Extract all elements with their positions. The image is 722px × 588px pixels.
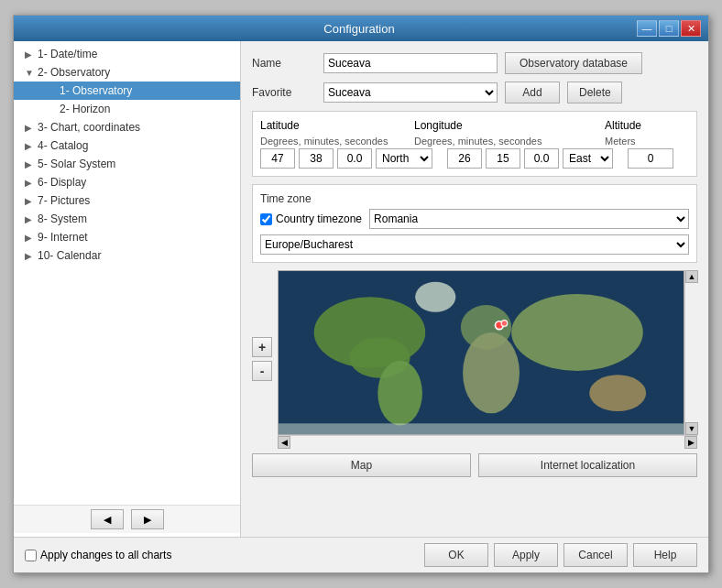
titlebar: Configuration — □ ✕ [14, 16, 708, 41]
svg-point-7 [589, 375, 646, 411]
cancel-button[interactable]: Cancel [563, 543, 628, 567]
internet-localization-button[interactable]: Internet localization [478, 453, 697, 477]
map-scroll-left-button[interactable]: ◀ [278, 436, 290, 449]
altitude-input[interactable] [628, 148, 673, 169]
sidebar-item-pictures[interactable]: ▶ 7- Pictures [14, 191, 240, 210]
sidebar-item-system[interactable]: ▶ 8- System [14, 210, 240, 228]
zoom-controls: + - [252, 270, 272, 448]
tree-arrow: ▶ [25, 141, 34, 151]
sidebar-item-label: 3- Chart, coordinates [38, 121, 140, 134]
coordinates-section: Latitude Longitude Altitude Degrees, min… [252, 111, 697, 177]
coord-labels-row: Latitude Longitude Altitude [260, 119, 689, 132]
altitude-label: Altitude [605, 119, 641, 132]
country-tz-label: Country timezone [276, 212, 362, 225]
sidebar-item-catalog[interactable]: ▶ 4- Catalog [14, 136, 240, 155]
sidebar-item-display[interactable]: ▶ 6- Display [14, 173, 240, 191]
window-title: Configuration [82, 22, 637, 36]
ok-button[interactable]: OK [424, 543, 488, 567]
sidebar-item-label: 2- Horizon [60, 103, 110, 115]
sidebar-scroll-down-button[interactable]: ▶ [131, 509, 164, 529]
sidebar-item-label: 7- Pictures [38, 194, 90, 207]
sidebar-item-label: 9- Internet [38, 231, 88, 244]
alt-unit-label: Meters [605, 136, 636, 147]
latitude-label: Latitude [260, 119, 407, 132]
svg-rect-9 [279, 423, 684, 434]
observatory-db-button[interactable]: Observatory database [505, 52, 642, 74]
delete-button[interactable]: Delete [567, 82, 622, 103]
name-input[interactable] [323, 53, 498, 73]
sidebar-item-solarsystem[interactable]: ▶ 5- Solar System [14, 155, 240, 173]
tree-arrow: ▶ [25, 159, 34, 169]
tree-arrow: ▶ [25, 251, 34, 261]
timezone-select-row: Europe/Bucharest [260, 234, 689, 255]
tree-arrow: ▶ [25, 178, 34, 188]
minimize-button[interactable]: — [637, 20, 657, 37]
sidebar-item-label: 8- System [38, 212, 87, 225]
help-button[interactable]: Help [633, 543, 697, 567]
window-controls: — □ ✕ [637, 20, 701, 37]
content-panel: Name Observatory database Favorite Sucea… [241, 41, 708, 537]
coord-inputs-row: North South East West [260, 148, 689, 169]
name-label: Name [252, 57, 316, 70]
bottom-bar: Apply changes to all charts OK Apply Can… [14, 537, 708, 572]
lon-seconds-input[interactable] [524, 148, 559, 169]
lat-direction-select[interactable]: North South [376, 148, 432, 169]
sidebar-item-observatory-1[interactable]: 1- Observatory [14, 82, 240, 100]
add-button[interactable]: Add [505, 82, 560, 103]
lon-minutes-input[interactable] [486, 148, 520, 169]
sidebar-item-label: 10- Calendar [38, 249, 101, 262]
sidebar-item-label: 2- Observatory [38, 66, 110, 79]
map-scroll-down-button[interactable]: ▼ [685, 422, 698, 435]
apply-button[interactable]: Apply [494, 543, 558, 567]
timezone-section: Time zone Country timezone Romania Europ… [252, 184, 697, 263]
world-map-svg [279, 271, 684, 434]
close-button[interactable]: ✕ [681, 20, 701, 37]
map-scroll-up-button[interactable]: ▲ [685, 270, 698, 283]
sidebar-item-datetime[interactable]: ▶ 1- Date/time [14, 45, 240, 63]
map-scroll-right-button[interactable]: ▶ [684, 436, 697, 449]
map-vscrollbar: ▲ ▼ [684, 270, 697, 435]
svg-point-8 [415, 282, 455, 312]
svg-point-5 [463, 332, 520, 413]
lon-direction-select[interactable]: East West [563, 148, 613, 169]
main-area: ▶ 1- Date/time ▼ 2- Observatory 1- Obser… [14, 41, 708, 537]
country-select[interactable]: Romania [369, 209, 689, 229]
timezone-select[interactable]: Europe/Bucharest [260, 234, 689, 255]
map-wrapper: + - [252, 270, 697, 477]
map-container-wrapper: ▲ ▼ ◀ ▶ [278, 270, 697, 448]
sidebar-scroll-area: ◀ ▶ [14, 505, 240, 533]
lat-seconds-input[interactable] [337, 148, 372, 169]
sidebar-item-label: 6- Display [38, 176, 86, 189]
sidebar-scroll-up-button[interactable]: ◀ [91, 509, 124, 529]
lon-degrees-input[interactable] [447, 148, 482, 169]
lat-minutes-input[interactable] [299, 148, 334, 169]
country-tz-checkbox[interactable] [260, 213, 272, 225]
map-row: + - [252, 270, 697, 448]
sidebar-item-horizon[interactable]: 2- Horizon [14, 100, 240, 118]
lat-degrees-input[interactable] [260, 148, 295, 169]
sidebar-item-label: 1- Date/time [38, 48, 97, 60]
apply-all-checkbox[interactable] [25, 550, 37, 561]
sidebar-item-chartcoord[interactable]: ▶ 3- Chart, coordinates [14, 118, 240, 136]
sidebar-item-observatory[interactable]: ▼ 2- Observatory [14, 63, 240, 82]
sidebar-item-label: 4- Catalog [38, 139, 88, 152]
map-hscroll-track [290, 436, 684, 448]
lon-dms-label: Degrees, minutes, secondes [414, 136, 597, 147]
sidebar-item-calendar[interactable]: ▶ 10- Calendar [14, 246, 240, 265]
sidebar-item-label: 5- Solar System [38, 158, 115, 170]
favorite-row: Favorite Suceava Add Delete [252, 82, 697, 103]
sidebar-tree: ▶ 1- Date/time ▼ 2- Observatory 1- Obser… [14, 45, 240, 505]
tree-arrow: ▶ [25, 214, 34, 224]
zoom-in-button[interactable]: + [252, 337, 272, 357]
tree-arrow: ▶ [25, 233, 34, 243]
longitude-label: Longitude [414, 119, 597, 132]
configuration-window: Configuration — □ ✕ ▶ 1- Date/time ▼ 2- … [13, 15, 709, 573]
map-buttons-row: Map Internet localization [252, 453, 697, 477]
sidebar-item-internet[interactable]: ▶ 9- Internet [14, 228, 240, 246]
map-button[interactable]: Map [252, 453, 471, 477]
maximize-button[interactable]: □ [659, 20, 679, 37]
map-display[interactable] [278, 270, 684, 435]
zoom-out-button[interactable]: - [252, 361, 272, 381]
svg-point-11 [501, 321, 508, 327]
favorite-select[interactable]: Suceava [323, 82, 498, 103]
